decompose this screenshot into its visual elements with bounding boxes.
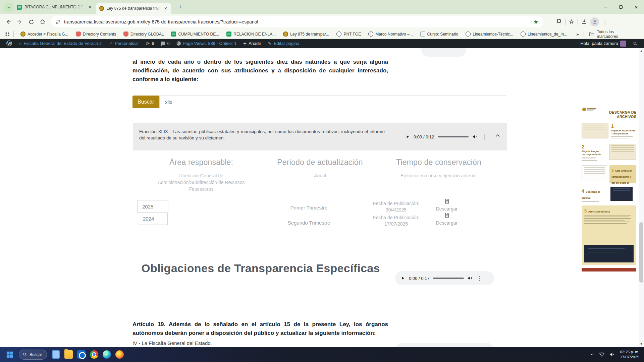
file-explorer-icon[interactable] <box>64 350 73 359</box>
close-icon[interactable]: × <box>164 5 168 11</box>
browser-toolbar: transparencia.fiscaliaveracruz.gob.mx/le… <box>0 14 644 29</box>
page-scrollbar[interactable]: ▲ ▼ <box>639 48 644 347</box>
bookmark-acceder[interactable]: Acceder < Fiscalía G... <box>17 32 71 37</box>
audio-menu-icon[interactable]: ⋮ <box>481 133 487 140</box>
bookmark-lineamientos-de-in[interactable]: Lineamientos_de_In... <box>518 32 570 37</box>
my-account-button[interactable]: Hola, paola zamora <box>577 39 629 48</box>
site-settings-icon[interactable] <box>56 19 61 24</box>
new-tab-button[interactable]: + <box>176 3 184 11</box>
bookmark-ley-875[interactable]: Ley 875 de transpar... <box>280 32 332 37</box>
step-number: 4 <box>582 188 584 194</box>
bookmark-label: CUMPLIMIENTO DE... <box>178 32 219 37</box>
app-icon[interactable] <box>52 350 60 359</box>
download-link[interactable]: Descargar <box>428 198 465 212</box>
bookmark-pnt-fge[interactable]: PNT FGE <box>333 32 364 37</box>
audio-progress-bar[interactable] <box>438 136 469 137</box>
page-views-link[interactable]: Page Views: 889 - Online: 1 <box>173 39 240 48</box>
add-new-button[interactable]: + Añadir <box>240 39 264 48</box>
apps-grid-icon[interactable] <box>5 32 10 37</box>
updates-button[interactable]: ⟳ 6 <box>143 39 157 48</box>
minimize-button[interactable] <box>598 0 613 14</box>
close-window-button[interactable]: × <box>629 0 644 14</box>
step-number: 1 <box>611 123 614 129</box>
scroll-down-arrow[interactable]: ▼ <box>639 342 644 346</box>
browser-menu-icon[interactable]: ⋮ <box>602 18 608 25</box>
thumbnail <box>582 165 607 182</box>
wordpress-icon: Ⓦ <box>6 41 12 46</box>
taskbar-clock[interactable]: 02:25 p. m. 17/07/2025 <box>620 350 639 360</box>
wp-logo-button[interactable]: Ⓦ <box>3 39 15 48</box>
edge-icon[interactable] <box>103 350 111 359</box>
tab-ley-875[interactable]: Ley 875 de transparencia fracci × <box>96 3 171 14</box>
comments-button[interactable]: 0 <box>158 39 172 48</box>
url-text[interactable]: transparencia.fiscaliaveracruz.gob.mx/le… <box>64 19 530 24</box>
outlook-icon[interactable] <box>77 350 86 359</box>
tab-search-button[interactable] <box>4 3 13 12</box>
bookmark-relacion[interactable]: RELACIÓN DE ENLA... <box>223 32 279 37</box>
bookmark-star-icon[interactable] <box>533 19 539 25</box>
bookmark-cumplimiento[interactable]: CUMPLIMIENTO DE... <box>168 32 222 37</box>
windows-taskbar: Buscar 02:25 p. m. 17/07/2025 <box>0 347 644 362</box>
brush-icon <box>108 41 113 46</box>
bookmark-label: Curso: Seminario <box>427 32 459 37</box>
volume-muted-icon[interactable] <box>609 352 615 357</box>
play-icon[interactable] <box>400 276 405 281</box>
taskbar-search[interactable]: Buscar <box>19 350 47 360</box>
tray-chevron-icon[interactable] <box>590 352 594 357</box>
tab-title: BITACORA CUMPLIMIENTO DE <box>24 5 85 9</box>
fraction-audio-player: 0:00 / 0:12 ⋮ <box>400 130 497 144</box>
update-count: 6 <box>152 41 154 46</box>
download-link[interactable]: Descargar <box>428 213 465 226</box>
site-name-link[interactable]: ⌂ Fiscalía General del Estado de Veracru… <box>16 39 105 48</box>
year-tab-2024[interactable]: 2024 <box>138 213 168 225</box>
wp-admin-bar: Ⓦ ⌂ Fiscalía General del Estado de Verac… <box>0 39 644 48</box>
chrome-icon[interactable] <box>90 350 98 359</box>
maximize-button[interactable] <box>613 0 629 14</box>
firefox-icon[interactable] <box>115 350 124 359</box>
fraction-description: Fracción XLIX - Las cuentas públicas est… <box>139 128 385 141</box>
bookmarks-overflow-icon[interactable]: » <box>573 31 582 37</box>
address-bar[interactable]: transparencia.fiscaliaveracruz.gob.mx/le… <box>51 16 543 27</box>
scroll-up-arrow[interactable]: ▲ <box>639 49 644 53</box>
audio-player-clipped[interactable] <box>421 48 466 57</box>
volume-icon[interactable] <box>472 134 478 139</box>
home-button[interactable] <box>37 16 48 27</box>
scrollbar-thumb[interactable] <box>639 222 643 283</box>
comment-count: 0 <box>167 41 169 46</box>
bookmark-directory-global[interactable]: Directory GLOBAL <box>120 32 167 37</box>
edit-page-link[interactable]: ✎ Editar página <box>265 39 302 48</box>
extension-star-icon[interactable] <box>569 19 575 25</box>
close-icon[interactable]: × <box>88 4 92 10</box>
bookmark-label: Ley 875 de transpar... <box>290 32 329 37</box>
back-button[interactable] <box>3 16 14 27</box>
bookmark-marco-normativo[interactable]: Marco Normativo –... <box>365 32 416 37</box>
admin-search-button[interactable] <box>630 39 641 48</box>
bookmark-curso-seminario[interactable]: Curso: Seminario <box>417 32 462 37</box>
search-button[interactable]: Buscar <box>132 96 159 108</box>
audio-menu-icon[interactable]: ⋮ <box>477 275 482 282</box>
bookmark-lineamientos-tecnic[interactable]: Lineamientos-Técnic... <box>463 32 516 37</box>
tab-bitacora[interactable]: BITACORA CUMPLIMIENTO DE × <box>13 0 95 14</box>
step-number: 2 <box>582 144 584 149</box>
bookmark-directory-contents[interactable]: Directory Contents <box>73 32 119 37</box>
divider <box>13 31 14 37</box>
wifi-icon[interactable] <box>599 352 605 357</box>
reload-button[interactable] <box>25 16 37 27</box>
audio-progress-bar[interactable] <box>433 278 464 279</box>
period-label: Segundo Trimestre <box>265 220 353 226</box>
customize-link[interactable]: Personalizar <box>105 39 142 48</box>
search-input[interactable] <box>159 96 507 108</box>
decor-line <box>584 223 627 224</box>
extensions-icon[interactable] <box>556 19 562 25</box>
year-tab-2025[interactable]: 2025 <box>137 200 168 213</box>
play-icon[interactable] <box>405 134 410 139</box>
forward-button[interactable] <box>14 16 25 27</box>
downloads-icon[interactable] <box>581 19 587 25</box>
start-button[interactable] <box>5 350 14 359</box>
sheets-icon <box>226 32 231 37</box>
profile-avatar[interactable] <box>590 17 599 26</box>
column-title: Área responsable: <box>142 158 261 167</box>
all-bookmarks-button[interactable]: Todos los marcadores <box>586 29 639 39</box>
volume-icon[interactable] <box>468 276 473 281</box>
collapse-chevron-icon[interactable] <box>495 133 501 139</box>
